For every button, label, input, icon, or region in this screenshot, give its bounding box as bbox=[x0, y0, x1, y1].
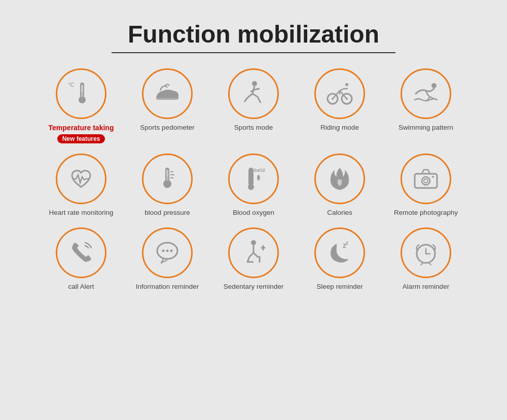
feature-circle-info-reminder bbox=[142, 227, 193, 278]
feature-circle-alarm bbox=[401, 227, 451, 278]
svg-rect-23 bbox=[166, 176, 168, 181]
svg-point-21 bbox=[163, 180, 171, 188]
feature-circle-sedentary bbox=[228, 227, 279, 278]
feature-item-info-reminder: Information reminder bbox=[127, 227, 208, 291]
svg-line-11 bbox=[250, 90, 255, 92]
svg-line-49 bbox=[429, 263, 431, 265]
feature-label-call-alert: call Alert bbox=[68, 282, 94, 291]
feature-item-sedentary: Sedentary reminder bbox=[213, 227, 294, 291]
feature-circle-blood-pressure bbox=[142, 154, 193, 204]
svg-point-19 bbox=[431, 83, 437, 88]
feature-label-calories: Calories bbox=[327, 208, 352, 217]
feature-label-sedentary: Sedentary reminder bbox=[224, 282, 284, 291]
svg-text:SaO2: SaO2 bbox=[254, 168, 265, 173]
svg-line-48 bbox=[421, 263, 423, 265]
svg-point-35 bbox=[162, 249, 165, 252]
svg-point-32 bbox=[424, 179, 428, 183]
feature-circle-heart-rate bbox=[56, 154, 106, 204]
feature-circle-sleep: z z bbox=[314, 227, 365, 278]
svg-point-36 bbox=[166, 249, 169, 252]
svg-point-28 bbox=[248, 184, 254, 190]
feature-circle-calories bbox=[314, 154, 365, 204]
feature-item-calories: Calories bbox=[299, 154, 380, 217]
svg-rect-27 bbox=[248, 168, 254, 186]
feature-label-pedometer: Sports pedometer bbox=[140, 123, 194, 132]
feature-item-alarm: Alarm reminder bbox=[385, 227, 466, 291]
svg-point-5 bbox=[252, 81, 257, 86]
svg-text:°C: °C bbox=[68, 82, 74, 88]
features-grid: °C Temperature takingNew features Sports… bbox=[41, 68, 466, 291]
feature-circle-sports-mode bbox=[228, 68, 279, 119]
svg-point-38 bbox=[251, 240, 256, 245]
feature-item-blood-oxygen: SaO2 Blood oxygen bbox=[213, 154, 294, 217]
feature-label-remote-photo: Remote photography bbox=[394, 208, 458, 217]
feature-label-temperature: Temperature taking bbox=[49, 123, 114, 132]
feature-label-heart-rate: Heart rate monitoring bbox=[49, 208, 114, 217]
svg-line-8 bbox=[252, 94, 258, 97]
svg-point-31 bbox=[422, 177, 430, 185]
feature-label-alarm: Alarm reminder bbox=[403, 282, 449, 291]
page-title: Function mobilization bbox=[128, 20, 379, 48]
feature-circle-remote-photo bbox=[401, 154, 451, 204]
feature-item-swimming: Swimming pattern bbox=[385, 68, 466, 143]
svg-point-2 bbox=[79, 96, 86, 103]
feature-label-blood-oxygen: Blood oxygen bbox=[233, 208, 274, 217]
feature-item-pedometer: Sports pedometer bbox=[127, 68, 208, 143]
svg-line-7 bbox=[247, 94, 252, 98]
feature-circle-blood-oxygen: SaO2 bbox=[228, 154, 279, 204]
svg-point-33 bbox=[432, 176, 434, 178]
new-features-badge: New features bbox=[57, 134, 105, 143]
feature-circle-temperature: °C bbox=[56, 68, 106, 119]
feature-label-sleep: Sleep reminder bbox=[316, 282, 363, 291]
feature-label-swimming: Swimming pattern bbox=[399, 123, 453, 132]
feature-circle-riding bbox=[314, 68, 365, 119]
svg-rect-4 bbox=[81, 92, 83, 97]
svg-point-17 bbox=[345, 83, 348, 86]
svg-line-10 bbox=[255, 89, 260, 90]
feature-label-sports-mode: Sports mode bbox=[234, 123, 273, 132]
feature-label-info-reminder: Information reminder bbox=[136, 282, 199, 291]
title-divider bbox=[112, 52, 395, 53]
feature-item-blood-pressure: blood pressure bbox=[127, 154, 208, 217]
svg-text:z: z bbox=[346, 240, 348, 246]
feature-item-remote-photo: Remote photography bbox=[385, 154, 466, 217]
svg-line-9 bbox=[258, 97, 261, 103]
svg-point-37 bbox=[170, 249, 173, 252]
feature-item-sports-mode: Sports mode bbox=[213, 68, 294, 143]
feature-circle-pedometer bbox=[142, 68, 193, 119]
feature-circle-swimming bbox=[401, 68, 451, 119]
feature-item-call-alert: call Alert bbox=[41, 227, 122, 291]
feature-item-heart-rate: Heart rate monitoring bbox=[41, 154, 122, 217]
feature-label-blood-pressure: blood pressure bbox=[144, 208, 190, 217]
svg-rect-30 bbox=[415, 174, 437, 188]
feature-item-temperature: °C Temperature takingNew features bbox=[41, 68, 122, 143]
feature-circle-call-alert bbox=[56, 227, 106, 278]
feature-item-riding: Riding mode bbox=[299, 68, 380, 143]
svg-line-12 bbox=[244, 98, 247, 102]
feature-item-sleep: z z Sleep reminder bbox=[299, 227, 380, 291]
feature-label-riding: Riding mode bbox=[320, 123, 359, 132]
